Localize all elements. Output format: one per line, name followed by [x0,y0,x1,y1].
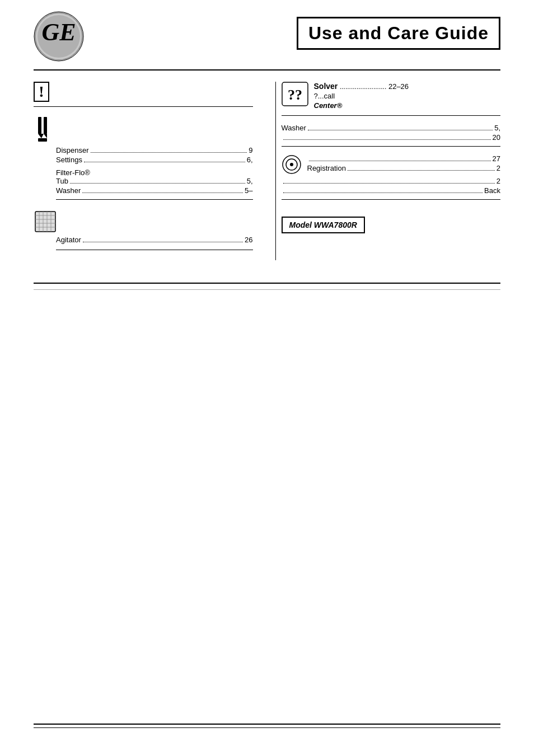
toc-agitator-dots [83,242,243,242]
filter-flo-label: Filter-Flo® [56,168,90,177]
notes-header: 27 Registration 2 [282,154,501,175]
toc-washer-left: Washer 5– [34,186,253,195]
toc-registration: Registration 2 [307,164,501,172]
toc-washer-left-dots [82,192,243,193]
toc-washer-left-label: Washer [56,186,81,195]
svg-marker-7 [44,134,47,138]
toc-op-20-dots [283,139,491,140]
notes-icon [282,154,302,175]
toc-washer-right-page: 5, [494,124,500,132]
svg-text:GE: GE [41,18,76,46]
center-entry: Center® [314,101,409,110]
right-column: ?? Solver ......................... 22–2… [275,82,501,260]
toc-notes-27: 27 [307,154,501,163]
toc-registration-label: Registration [307,164,346,172]
filter-flo-section: Filter-Flo® [34,168,253,177]
toc-notes-27-page: 27 [493,154,500,163]
solver-label: Solver [314,82,338,91]
toc-registration-dots [348,170,495,171]
solver-pages: 22–26 [388,82,409,91]
toc-washer-right-label: Washer [282,124,306,132]
cleaning-icon [34,210,57,233]
troubleshoot-divider [282,115,501,116]
toc-agitator-page: 26 [245,236,252,244]
safety-section-header: ! [34,82,253,102]
operating-section: Washer 5, 20 [282,124,501,147]
page: GE Use and Care Guide ! [0,0,534,756]
toc-dispenser-dots [91,152,247,153]
model-box: Model WWA7800R [282,217,365,233]
model-label: Model WWA7800R [289,220,357,229]
toc-agitator: Agitator 26 [34,236,253,244]
center-label: Center® [314,101,343,110]
footer-area [34,724,500,728]
toc-settings-page: 6, [247,156,253,164]
toc-dispenser-page: 9 [249,146,252,154]
toc-tub: Tub 5, [34,177,253,185]
operating-divider [282,146,501,147]
svg-rect-8 [38,138,47,142]
cleaning-section: Agitator 26 [34,210,253,250]
solver-entry: Solver ......................... 22–26 [314,82,409,91]
main-divider [34,69,500,71]
cleaning-divider [56,250,253,250]
toc-settings-dots [84,162,245,162]
svg-marker-6 [38,134,44,138]
safety-divider [34,106,253,107]
toc-back-dots [283,192,483,193]
toc-registration-page: 2 [496,164,500,172]
call-label: ?...call [314,92,335,100]
warning-icon: ! [34,82,49,102]
svg-rect-5 [44,117,47,134]
svg-rect-9 [35,212,55,232]
toc-back: Back [282,186,501,195]
bottom-divider-2 [34,289,500,290]
installation-icon [34,117,57,144]
title-box: Use and Care Guide [297,17,500,50]
page-title: Use and Care Guide [308,23,489,44]
toc-washer-left-page: 5– [245,186,252,195]
toc-tub-page: 5, [247,177,253,185]
toc-agitator-label: Agitator [56,236,81,244]
toc-notes-27-dots [309,161,491,161]
toc-settings: Settings 6, [34,156,253,164]
cleaning-header [34,210,253,233]
toc-settings-label: Settings [56,156,82,164]
notes-divider [282,199,501,200]
troubleshoot-header: ?? Solver ......................... 22–2… [282,82,501,111]
safety-section: ! [34,82,253,107]
toc-tub-dots [70,183,245,184]
header: GE Use and Care Guide [34,11,500,64]
troubleshoot-info: Solver ......................... 22–26 ?… [314,82,409,111]
main-content: ! [34,82,500,260]
toc-extra-2-dots [283,183,495,184]
toc-op-20-page: 20 [493,133,500,142]
solver-dots: ......................... [340,83,386,91]
toc-op-20: 20 [282,133,501,142]
installation-section: Dispenser 9 Settings 6, Filter-Flo® Tub … [34,117,253,200]
toc-back-page: Back [484,186,500,195]
toc-dispenser-label: Dispenser [56,146,89,154]
notes-section: 27 Registration 2 2 [282,154,501,200]
toc-washer-right-dots [308,130,493,130]
toc-dispenser: Dispenser 9 [34,146,253,154]
toc-washer-right: Washer 5, [282,124,501,132]
footer-divider-2 [34,727,500,728]
toc-extra-2-page: 2 [496,177,500,185]
svg-point-22 [290,163,293,166]
svg-text:??: ?? [288,87,302,103]
toc-tub-label: Tub [56,177,68,185]
bottom-divider-1 [34,283,500,284]
call-entry: ?...call [314,92,409,100]
notes-entries: 27 Registration 2 [307,154,501,173]
svg-rect-4 [38,117,41,134]
toc-extra-2: 2 [282,177,501,185]
question-icon: ?? [282,82,308,106]
footer-divider-1 [34,724,500,725]
installation-header [34,117,253,144]
ge-logo: GE [34,11,84,64]
left-column: ! [34,82,259,260]
installation-divider [56,199,253,200]
troubleshoot-section: ?? Solver ......................... 22–2… [282,82,501,116]
